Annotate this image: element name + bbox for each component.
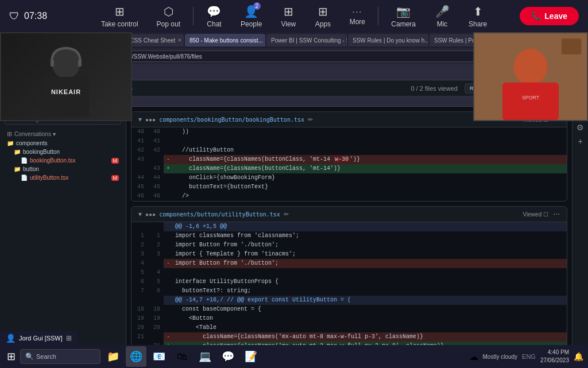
browser-tab-3[interactable]: 850 - Make buttons consist... ✕ [185,34,265,47]
share-button[interactable]: ⬆ Share [461,2,495,30]
pop-out-label: Pop out [157,20,180,28]
taskbar-app-files[interactable]: 📁 [103,346,123,367]
diff-line-f2-hunk1: @@ -1,6 +1,5 @@ [131,222,567,231]
take-control-button[interactable]: ⊞ Take control [93,2,146,30]
user-icon-secondary: ⊞ [66,334,72,342]
sidebar-conversations[interactable]: ⊞ Conversations ▾ [5,129,121,139]
taskbar: ⊞ 🔍 Search 📁 🌐 📧 🛍 💻 💬 📝 ☁ Mostly cloudy… [0,345,588,368]
top-bar-left: 🛡 07:38 [9,10,47,22]
taskbar-language: ENG [522,353,536,360]
start-button[interactable]: ⊞ [5,348,18,365]
diff-file-1-path: components/bookingButton/bookingButton.t… [159,117,304,123]
gh-sidebar: ⊞ Conversations ▾ 📁 components 📁 booking… [0,107,126,345]
diff-file-2-path-section: ▾ ●●● components/button/utilityButton.ts… [138,210,289,218]
tab-2-close[interactable]: ✕ [177,37,182,43]
filter-icon: ⊞ [7,130,12,138]
leave-button[interactable]: 📞 Leave [520,7,579,25]
main-content: ◀ ▶ NextJS + Tailwind CSS: Overview... ✕… [0,32,588,345]
browser-tab-5[interactable]: SSW Rules | Do you know h... ✕ [348,34,428,47]
people-label: People [241,20,262,28]
svg-point-6 [514,49,548,85]
gh-add-icon[interactable]: + [578,137,582,146]
sidebar-item-bookingbutton-tsx[interactable]: 📄 bookingButton.tsx M [18,156,121,165]
diff-line-f2-6: 6 5 interface UtilityButtonProps { [131,277,567,286]
view-button[interactable]: ⊞ View [272,2,304,30]
user-info-bar: 👤 Jord Gui [SSW] ⊞ [0,331,78,345]
leave-phone-icon: 📞 [531,11,541,21]
diff-line-f1-7: 45 45 buttonText={buttonText} [131,183,567,192]
apps-button[interactable]: ⊞ Apps [307,2,339,30]
diff-line-f1-2: 41 41 [131,137,567,146]
taskbar-notification-icon[interactable]: 🔔 [574,352,583,361]
diff-file-1-expand-icon[interactable]: ▾ [138,115,142,123]
sidebar-item-bookingbutton[interactable]: 📁 bookingButton [11,148,121,156]
diff-file-1: ▾ ●●● components/bookingButton/bookingBu… [131,111,567,202]
sidebar-item-components[interactable]: 📁 components [5,139,121,148]
taskbar-clock: 4:40 PM 27/06/2023 [540,348,569,365]
time-display: 07:38 [24,11,47,21]
svg-rect-7 [502,83,559,121]
changed-file-icon-2: 📄 [21,175,28,181]
chat-button[interactable]: 💬 Chat [198,2,230,30]
sidebar-item-utilitybutton-tsx[interactable]: 📄 utilityButton.tsx M [18,173,121,182]
browser-tab-4[interactable]: Power BI | SSW Consulting - Syd... ✕ [266,34,347,47]
tab-3-label: 850 - Make buttons consist... [189,37,263,44]
diff-line-f1-1: 40 40 )) [131,127,567,137]
chat-icon: 💬 [207,5,221,18]
diff-file-2-menu[interactable]: ⋯ [553,210,560,218]
taskbar-weather-icon: ☁ [469,351,478,362]
gh-main[interactable]: ▾ ●●● components/bookingButton/bookingBu… [126,107,572,345]
taskbar-right: ☁ Mostly cloudy ENG 4:40 PM 27/06/2023 🔔 [469,348,583,365]
diff-file-2-expand-icon[interactable]: ▾ [138,210,142,218]
taskbar-date: 27/06/2023 [540,357,569,365]
diff-file-1-path-section: ▾ ●●● components/bookingButton/bookingBu… [138,115,313,123]
taskbar-app-mail[interactable]: 📧 [149,346,169,367]
mic-button[interactable]: 🎤 Mic [426,2,458,30]
share-icon: ⬆ [473,5,483,18]
camera-label: Camera [391,20,416,28]
nav-separator-1 [193,7,194,25]
diff-line-f1-4: 43 - className={classNames(buttonClass, … [131,155,567,164]
diff-line-f2-8: 18 18 const baseComponent = { [131,305,567,314]
taskbar-app-chat[interactable]: 💬 [218,346,238,367]
svg-text:NIKEAIR: NIKEAIR [51,88,81,95]
tab-5-label: SSW Rules | Do you know h... [353,37,428,44]
shield-icon: 🛡 [9,10,20,22]
taskbar-app-store[interactable]: 🛍 [172,346,192,367]
diff-file-2-path: components/button/utilityButton.tsx [159,211,280,218]
taskbar-search-bar[interactable]: 🔍 Search [20,349,100,364]
diff-line-f2-9: 19 19 <Button [131,314,567,323]
share-label: Share [469,20,487,28]
user-name-label: Jord Gui [SSW] [19,335,63,342]
components-label: components [16,140,47,146]
diff-line-f2-11: 21 - className={classNames('mx-auto mt-8… [131,332,567,342]
top-bar: 🛡 07:38 ⊞ Take control ⬡ Pop out 💬 Chat … [0,0,588,32]
diff-line-f2-hunk2: @@ -14,7 +16,/ // @@ export const Utilit… [131,296,567,305]
people-badge: 2 [253,2,261,10]
camera-button[interactable]: 📷 Camera [383,2,424,30]
diff-indicator-1: ●●● [145,117,156,123]
svg-text:SPORT: SPORT [522,95,540,100]
diff-file-2: ▾ ●●● components/button/utilityButton.ts… [131,206,567,345]
people-button[interactable]: 👤 2 People [233,2,270,30]
pop-out-button[interactable]: ⬡ Pop out [149,2,188,30]
diff-file-2-header: ▾ ●●● components/button/utilityButton.ts… [131,207,567,222]
taskbar-time: 4:40 PM [540,348,569,357]
user-avatar-icon: 👤 [6,334,16,343]
diff-line-f2-2: 2 2 import Button from './button'; [131,241,567,250]
nav-separator-2 [378,7,378,25]
github-content: ⊞ Conversations ▾ 📁 components 📁 booking… [0,107,588,345]
diff-file-2-actions: Viewed ☐ ⋯ [523,210,560,218]
diff-line-f1-6: 44 44 onClick={showBookingForm} [131,173,567,183]
diff-file-2-edit-icon[interactable]: ✏ [284,211,289,218]
change-badge-2: M [111,175,119,181]
gh-settings-icon[interactable]: ⚙ [577,123,584,132]
taskbar-app-browser[interactable]: 🌐 [126,346,146,367]
more-button[interactable]: ··· More [341,5,373,28]
diff-file-1-edit-icon[interactable]: ✏ [308,116,313,123]
taskbar-app-terminal[interactable]: 💻 [195,346,215,367]
taskbar-app-code[interactable]: 📝 [241,346,261,367]
person-right-background: SPORT [474,33,587,120]
taskbar-weather-label: Mostly cloudy [483,354,518,360]
sidebar-item-button[interactable]: 📁 button [11,165,121,173]
